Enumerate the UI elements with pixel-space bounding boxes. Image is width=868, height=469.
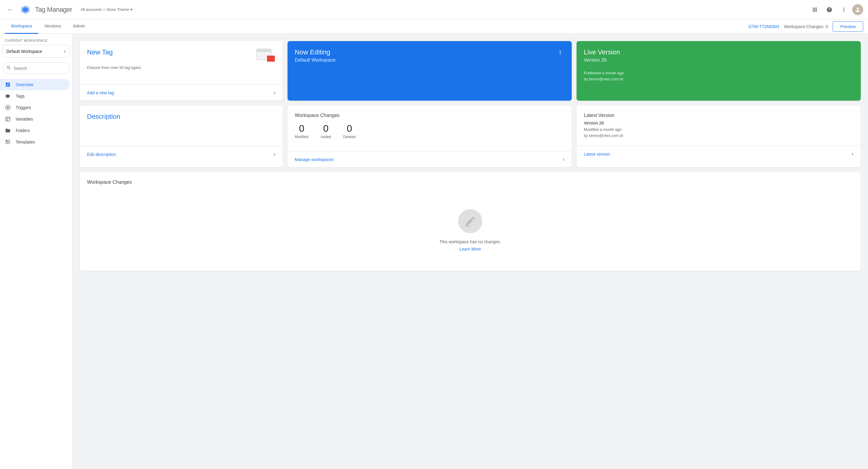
second-cards-row: Description Edit description › Workspace… [80, 106, 861, 168]
modified-stat: 0 Modified [295, 123, 308, 139]
preview-button[interactable]: Preview [833, 22, 863, 32]
avatar[interactable] [852, 4, 863, 15]
workspace-changes-inner: Workspace Changes This workspace has no … [80, 172, 861, 271]
help-icon-button[interactable] [823, 4, 835, 16]
sidebar-item-variables[interactable]: Variables [0, 113, 70, 125]
triggers-icon [5, 105, 11, 110]
new-tag-header: New Tag [87, 48, 275, 63]
tabbar-right: GTM-TT2MDM3 Workspace Changes: 0 Preview [748, 22, 863, 32]
description-body [87, 121, 275, 139]
svg-point-5 [7, 107, 9, 109]
add-new-tag-label: Add a new tag [87, 90, 114, 95]
app-title: Tag Manager [35, 6, 72, 13]
tab-versions[interactable]: Versions [38, 19, 67, 34]
sidebar-item-label-tags: Tags [16, 94, 25, 98]
svg-rect-11 [8, 140, 10, 141]
latest-version-inner: Latest Version Version 26 Modified a mon… [577, 106, 861, 146]
new-tag-description: Choose from over 50 tag types. [87, 65, 275, 70]
main-layout: CURRENT WORKSPACE Default Workspace › Ov… [0, 34, 868, 469]
new-tag-card-inner: New Tag Choose from over 50 tag types. [80, 41, 283, 84]
svg-rect-6 [6, 117, 10, 121]
manage-workspaces-link[interactable]: Manage workspaces › [287, 151, 572, 168]
manage-workspaces-arrow-icon: › [563, 156, 564, 163]
search-input[interactable] [13, 66, 66, 71]
live-version-inner: Live Version Version 26 Published a mont… [577, 41, 861, 89]
workspace-selector-arrow-icon: › [64, 48, 66, 54]
tag-icon-graphic [256, 48, 275, 63]
back-button[interactable]: ← [5, 4, 16, 16]
description-card-inner: Description [80, 106, 283, 146]
deleted-label: Deleted [343, 135, 355, 139]
topbar: ← Tag Manager All accounts > Store Theme… [0, 0, 868, 19]
latest-version-modified: Modified a month ago by breno@vtex.com.b… [584, 127, 854, 138]
folders-icon [5, 128, 11, 133]
description-title: Description [87, 113, 275, 121]
tab-workspace[interactable]: Workspace [5, 19, 38, 34]
live-version-number: Version 26 [584, 57, 854, 63]
edit-description-arrow-icon: › [274, 151, 275, 157]
breadcrumb-separator: > [103, 7, 105, 12]
tab-admin[interactable]: Admin [67, 19, 91, 34]
sidebar-item-label-templates: Templates [16, 140, 35, 144]
edit-description-label: Edit description [87, 152, 116, 157]
added-value: 0 [320, 123, 331, 134]
breadcrumb-dropdown-arrow[interactable]: ▾ [130, 7, 132, 12]
sidebar-item-label-folders: Folders [16, 128, 30, 133]
new-tag-title: New Tag [87, 48, 113, 56]
sidebar-item-label-overview: Overview [16, 82, 33, 87]
svg-rect-16 [465, 226, 470, 227]
empty-state: This workspace has no changes. Learn Mor… [87, 197, 854, 264]
live-version-title: Live Version [584, 48, 854, 56]
workspace-stats-row: 0 Modified 0 Added 0 Deleted [295, 123, 564, 139]
sidebar-item-triggers[interactable]: Triggers [0, 102, 70, 113]
live-version-card: Live Version Version 26 Published a mont… [577, 41, 861, 100]
workspace-stats-title: Workspace Changes [295, 113, 564, 118]
search-box[interactable] [2, 63, 70, 74]
latest-version-link[interactable]: Latest version › [577, 146, 861, 162]
deleted-value: 0 [343, 123, 355, 134]
sidebar-item-folders[interactable]: Folders [0, 125, 70, 136]
top-cards-row: New Tag Choose from over 50 tag types. A… [80, 41, 861, 100]
manage-workspaces-label: Manage workspaces [295, 157, 334, 162]
empty-icon [458, 209, 482, 233]
learn-more-link[interactable]: Learn More [459, 246, 481, 252]
sidebar-item-overview[interactable]: Overview [0, 79, 70, 90]
apps-icon-button[interactable] [809, 4, 821, 16]
breadcrumb: All accounts > Store Theme ▾ [81, 7, 132, 12]
edit-description-link[interactable]: Edit description › [80, 146, 283, 162]
latest-version-link-label: Latest version [584, 152, 610, 156]
now-editing-card: Now Editing Default Workspace [287, 41, 572, 100]
workspace-changes-count: Workspace Changes: 0 [784, 24, 828, 29]
added-stat: 0 Added [320, 123, 331, 139]
tag-manager-logo [19, 4, 31, 16]
sidebar-item-tags[interactable]: Tags [0, 90, 70, 102]
workspace-selector[interactable]: Default Workspace › [2, 45, 70, 58]
svg-rect-9 [6, 140, 7, 141]
svg-rect-15 [267, 56, 275, 62]
new-tag-card: New Tag Choose from over 50 tag types. A… [80, 41, 283, 100]
more-options-button[interactable] [838, 4, 850, 16]
breadcrumb-all-accounts[interactable]: All accounts [81, 7, 102, 12]
gtm-id-label[interactable]: GTM-TT2MDM3 [748, 24, 779, 29]
add-new-tag-link[interactable]: Add a new tag › [80, 84, 283, 100]
live-version-published: Published a month ago by breno@vtex.com.… [584, 70, 854, 82]
now-editing-more-button[interactable] [556, 48, 564, 58]
deleted-stat: 0 Deleted [343, 123, 355, 139]
now-editing-text: Now Editing Default Workspace [295, 48, 336, 63]
now-editing-inner: Now Editing Default Workspace [287, 41, 572, 70]
latest-version-modified-by: by breno@vtex.com.br [584, 133, 623, 138]
current-workspace-label: CURRENT WORKSPACE [0, 39, 72, 45]
live-version-published-by: by breno@vtex.com.br [584, 77, 623, 81]
latest-version-number: Version 26 [584, 121, 854, 125]
sidebar: CURRENT WORKSPACE Default Workspace › Ov… [0, 34, 72, 469]
latest-version-title: Latest Version [584, 113, 854, 118]
latest-version-arrow-icon: › [852, 151, 854, 157]
sidebar-item-templates[interactable]: Templates [0, 136, 70, 148]
tabbar-left: Workspace Versions Admin [5, 19, 748, 34]
workspace-stats-card: Workspace Changes 0 Modified 0 Added 0 D [287, 106, 572, 168]
workspace-stats-inner: Workspace Changes 0 Modified 0 Added 0 D [287, 106, 572, 151]
breadcrumb-current: Store Theme [106, 7, 129, 12]
svg-rect-12 [8, 142, 10, 144]
topbar-right [809, 4, 863, 16]
search-icon [6, 65, 11, 71]
